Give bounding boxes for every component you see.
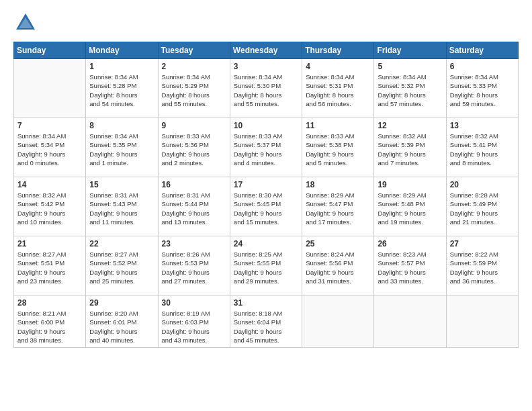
day-number: 20: [450, 180, 515, 189]
calendar-cell: 5Sunrise: 8:34 AM Sunset: 5:32 PM Daylig…: [374, 59, 446, 118]
day-info: Sunrise: 8:26 AM Sunset: 5:53 PM Dayligh…: [162, 250, 226, 285]
calendar-cell: 21Sunrise: 8:27 AM Sunset: 5:51 PM Dayli…: [14, 236, 86, 295]
day-info: Sunrise: 8:33 AM Sunset: 5:38 PM Dayligh…: [306, 132, 370, 167]
calendar-table: SundayMondayTuesdayWednesdayThursdayFrid…: [13, 42, 519, 348]
day-number: 30: [162, 298, 226, 308]
calendar-day-header: Wednesday: [230, 42, 302, 59]
day-number: 9: [162, 121, 226, 130]
day-info: Sunrise: 8:34 AM Sunset: 5:31 PM Dayligh…: [306, 73, 370, 108]
day-number: 4: [306, 62, 370, 71]
day-info: Sunrise: 8:29 AM Sunset: 5:47 PM Dayligh…: [306, 191, 370, 226]
calendar-header-row: SundayMondayTuesdayWednesdayThursdayFrid…: [14, 42, 519, 59]
day-info: Sunrise: 8:34 AM Sunset: 5:29 PM Dayligh…: [162, 73, 226, 108]
day-number: 8: [89, 121, 154, 130]
logo: [13, 11, 42, 35]
day-info: Sunrise: 8:24 AM Sunset: 5:56 PM Dayligh…: [306, 250, 370, 285]
day-info: Sunrise: 8:31 AM Sunset: 5:43 PM Dayligh…: [89, 191, 154, 226]
day-info: Sunrise: 8:29 AM Sunset: 5:48 PM Dayligh…: [378, 191, 442, 226]
calendar-cell: 19Sunrise: 8:29 AM Sunset: 5:48 PM Dayli…: [374, 177, 446, 236]
day-info: Sunrise: 8:34 AM Sunset: 5:33 PM Dayligh…: [450, 73, 515, 108]
day-number: 11: [306, 121, 370, 130]
calendar-day-header: Thursday: [302, 42, 374, 59]
calendar-cell: 17Sunrise: 8:30 AM Sunset: 5:45 PM Dayli…: [230, 177, 302, 236]
calendar-cell: 20Sunrise: 8:28 AM Sunset: 5:49 PM Dayli…: [446, 177, 518, 236]
day-number: 2: [162, 62, 226, 71]
calendar-cell: 13Sunrise: 8:32 AM Sunset: 5:41 PM Dayli…: [446, 118, 518, 177]
day-info: Sunrise: 8:32 AM Sunset: 5:39 PM Dayligh…: [378, 132, 442, 167]
day-info: Sunrise: 8:34 AM Sunset: 5:28 PM Dayligh…: [89, 73, 154, 108]
calendar-cell: 9Sunrise: 8:33 AM Sunset: 5:36 PM Daylig…: [158, 118, 230, 177]
calendar-day-header: Saturday: [446, 42, 518, 59]
calendar-cell: [302, 295, 374, 348]
day-number: 10: [234, 121, 298, 130]
calendar-day-header: Tuesday: [158, 42, 230, 59]
day-info: Sunrise: 8:33 AM Sunset: 5:36 PM Dayligh…: [162, 132, 226, 167]
calendar-week-row: 28Sunrise: 8:21 AM Sunset: 6:00 PM Dayli…: [14, 295, 519, 348]
calendar-cell: 4Sunrise: 8:34 AM Sunset: 5:31 PM Daylig…: [302, 59, 374, 118]
day-info: Sunrise: 8:22 AM Sunset: 5:59 PM Dayligh…: [450, 250, 515, 285]
day-info: Sunrise: 8:34 AM Sunset: 5:32 PM Dayligh…: [378, 73, 442, 108]
calendar-cell: [446, 295, 518, 348]
day-number: 3: [234, 62, 298, 71]
calendar-cell: 25Sunrise: 8:24 AM Sunset: 5:56 PM Dayli…: [302, 236, 374, 295]
header: [13, 11, 519, 35]
day-number: 14: [17, 180, 82, 189]
day-info: Sunrise: 8:32 AM Sunset: 5:42 PM Dayligh…: [17, 191, 82, 226]
calendar-cell: 6Sunrise: 8:34 AM Sunset: 5:33 PM Daylig…: [446, 59, 518, 118]
calendar-cell: 12Sunrise: 8:32 AM Sunset: 5:39 PM Dayli…: [374, 118, 446, 177]
calendar-week-row: 1Sunrise: 8:34 AM Sunset: 5:28 PM Daylig…: [14, 59, 519, 118]
calendar-cell: 1Sunrise: 8:34 AM Sunset: 5:28 PM Daylig…: [86, 59, 158, 118]
calendar-cell: 28Sunrise: 8:21 AM Sunset: 6:00 PM Dayli…: [14, 295, 86, 348]
day-number: 6: [450, 62, 515, 71]
calendar-day-header: Sunday: [14, 42, 86, 59]
calendar-cell: 18Sunrise: 8:29 AM Sunset: 5:47 PM Dayli…: [302, 177, 374, 236]
calendar-cell: 31Sunrise: 8:18 AM Sunset: 6:04 PM Dayli…: [230, 295, 302, 348]
day-info: Sunrise: 8:18 AM Sunset: 6:04 PM Dayligh…: [234, 309, 298, 345]
day-info: Sunrise: 8:34 AM Sunset: 5:30 PM Dayligh…: [234, 73, 298, 108]
calendar-cell: 16Sunrise: 8:31 AM Sunset: 5:44 PM Dayli…: [158, 177, 230, 236]
calendar-cell: 14Sunrise: 8:32 AM Sunset: 5:42 PM Dayli…: [14, 177, 86, 236]
day-number: 1: [89, 62, 154, 71]
day-info: Sunrise: 8:23 AM Sunset: 5:57 PM Dayligh…: [378, 250, 442, 285]
calendar-cell: 22Sunrise: 8:27 AM Sunset: 5:52 PM Dayli…: [86, 236, 158, 295]
calendar-cell: 29Sunrise: 8:20 AM Sunset: 6:01 PM Dayli…: [86, 295, 158, 348]
day-info: Sunrise: 8:34 AM Sunset: 5:34 PM Dayligh…: [17, 132, 82, 167]
day-info: Sunrise: 8:34 AM Sunset: 5:35 PM Dayligh…: [89, 132, 154, 167]
calendar-week-row: 7Sunrise: 8:34 AM Sunset: 5:34 PM Daylig…: [14, 118, 519, 177]
page: SundayMondayTuesdayWednesdayThursdayFrid…: [0, 0, 532, 411]
day-number: 16: [162, 180, 226, 189]
day-number: 17: [234, 180, 298, 189]
calendar-week-row: 21Sunrise: 8:27 AM Sunset: 5:51 PM Dayli…: [14, 236, 519, 295]
calendar-cell: 3Sunrise: 8:34 AM Sunset: 5:30 PM Daylig…: [230, 59, 302, 118]
day-info: Sunrise: 8:20 AM Sunset: 6:01 PM Dayligh…: [89, 309, 154, 345]
day-info: Sunrise: 8:32 AM Sunset: 5:41 PM Dayligh…: [450, 132, 515, 167]
day-info: Sunrise: 8:30 AM Sunset: 5:45 PM Dayligh…: [234, 191, 298, 226]
day-number: 27: [450, 239, 515, 248]
logo-icon: [13, 11, 38, 35]
calendar-cell: 15Sunrise: 8:31 AM Sunset: 5:43 PM Dayli…: [86, 177, 158, 236]
calendar-cell: 2Sunrise: 8:34 AM Sunset: 5:29 PM Daylig…: [158, 59, 230, 118]
day-number: 18: [306, 180, 370, 189]
calendar-week-row: 14Sunrise: 8:32 AM Sunset: 5:42 PM Dayli…: [14, 177, 519, 236]
day-number: 22: [89, 239, 154, 248]
calendar-day-header: Friday: [374, 42, 446, 59]
day-number: 23: [162, 239, 226, 248]
calendar-cell: 8Sunrise: 8:34 AM Sunset: 5:35 PM Daylig…: [86, 118, 158, 177]
day-number: 28: [17, 298, 82, 308]
day-info: Sunrise: 8:27 AM Sunset: 5:52 PM Dayligh…: [89, 250, 154, 285]
calendar-cell: 11Sunrise: 8:33 AM Sunset: 5:38 PM Dayli…: [302, 118, 374, 177]
calendar-cell: 24Sunrise: 8:25 AM Sunset: 5:55 PM Dayli…: [230, 236, 302, 295]
day-number: 26: [378, 239, 442, 248]
day-number: 24: [234, 239, 298, 248]
day-number: 7: [17, 121, 82, 130]
day-info: Sunrise: 8:28 AM Sunset: 5:49 PM Dayligh…: [450, 191, 515, 226]
day-number: 25: [306, 239, 370, 248]
calendar-cell: [374, 295, 446, 348]
calendar-cell: 7Sunrise: 8:34 AM Sunset: 5:34 PM Daylig…: [14, 118, 86, 177]
calendar-cell: 26Sunrise: 8:23 AM Sunset: 5:57 PM Dayli…: [374, 236, 446, 295]
day-number: 21: [17, 239, 82, 248]
day-info: Sunrise: 8:19 AM Sunset: 6:03 PM Dayligh…: [162, 309, 226, 345]
day-info: Sunrise: 8:21 AM Sunset: 6:00 PM Dayligh…: [17, 309, 82, 345]
day-number: 31: [234, 298, 298, 308]
day-number: 19: [378, 180, 442, 189]
